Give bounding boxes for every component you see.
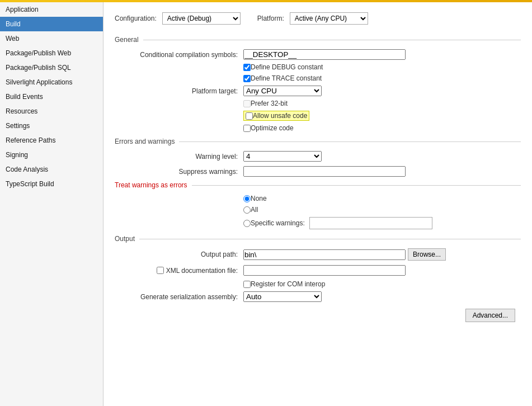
sidebar-item-code-analysis[interactable]: Code Analysis — [0, 162, 103, 177]
sidebar-item-package-publish-sql[interactable]: Package/Publish SQL — [0, 60, 103, 75]
configuration-label: Configuration: — [115, 15, 157, 22]
gen-serialization-label: Generate serialization assembly: — [131, 293, 243, 301]
com-interop-checkbox[interactable] — [243, 281, 251, 288]
define-trace-row: Define TRACE constant — [115, 74, 521, 82]
warning-level-label: Warning level: — [131, 153, 243, 160]
treat-warnings-section-header: Treat warnings as errors — [115, 181, 521, 189]
prefer-32bit-row: Prefer 32-bit — [115, 100, 521, 107]
sidebar-item-reference-paths[interactable]: Reference Paths — [0, 133, 103, 148]
sidebar-item-silverlight-applications[interactable]: Silverlight Applications — [0, 75, 103, 89]
com-interop-row: Register for COM interop — [115, 280, 521, 288]
sidebar-item-typescript-build[interactable]: TypeScript Build — [0, 177, 103, 191]
output-section-header: Output — [115, 235, 521, 243]
xml-doc-row: XML documentation file: — [115, 265, 521, 276]
sidebar-item-settings[interactable]: Settings — [0, 119, 103, 133]
browse-button[interactable]: Browse... — [408, 248, 446, 261]
define-trace-checkbox[interactable] — [243, 75, 251, 82]
warning-level-select[interactable]: 0 1 2 3 4 — [243, 151, 322, 162]
com-interop-label: Register for COM interop — [251, 280, 325, 288]
treat-none-radio[interactable] — [243, 195, 251, 202]
prefer-32bit-checkbox[interactable] — [243, 100, 251, 107]
content-area: Configuration: Active (Debug) Debug Rele… — [103, 2, 532, 406]
cond-symbols-row: Conditional compilation symbols: — [115, 49, 521, 60]
treat-none-label: None — [251, 195, 267, 202]
treat-specific-input[interactable] — [309, 217, 432, 229]
platform-target-label: Platform target: — [131, 87, 243, 95]
errors-warnings-section-header: Errors and warnings — [115, 138, 521, 145]
optimize-checkbox[interactable] — [243, 125, 251, 132]
define-trace-label: Define TRACE constant — [251, 74, 322, 82]
advanced-row: Advanced... — [115, 309, 521, 322]
sidebar: Application Build Web Package/Publish We… — [0, 2, 103, 406]
treat-none-row: None — [115, 195, 521, 202]
sidebar-item-resources[interactable]: Resources — [0, 104, 103, 119]
advanced-button[interactable]: Advanced... — [465, 309, 515, 322]
cond-symbols-input[interactable] — [243, 49, 406, 60]
treat-all-label: All — [251, 206, 258, 214]
sidebar-item-signing[interactable]: Signing — [0, 148, 103, 162]
xml-doc-input[interactable] — [243, 265, 406, 276]
platform-label: Platform: — [257, 15, 284, 22]
output-path-input[interactable] — [243, 249, 406, 260]
general-section-header: General — [115, 36, 521, 44]
treat-specific-label: Specific warnings: — [251, 219, 305, 227]
sidebar-item-web[interactable]: Web — [0, 31, 103, 46]
optimize-row: Optimize code — [115, 124, 521, 132]
allow-unsafe-checkbox[interactable] — [246, 112, 253, 120]
define-debug-checkbox[interactable] — [243, 64, 251, 71]
gen-serialization-select[interactable]: Auto On Off — [243, 291, 322, 302]
define-debug-row: Define DEBUG constant — [115, 63, 521, 71]
treat-all-row: All — [115, 206, 521, 214]
configuration-select[interactable]: Active (Debug) Debug Release All Configu… — [162, 12, 241, 25]
treat-all-radio[interactable] — [243, 206, 251, 214]
output-path-row: Output path: Browse... — [115, 248, 521, 261]
allow-unsafe-label: Allow unsafe code — [253, 112, 307, 120]
define-debug-label: Define DEBUG constant — [251, 63, 323, 71]
xml-doc-checkbox[interactable] — [157, 267, 164, 274]
platform-target-row: Platform target: Any CPU x86 x64 Itanium — [115, 86, 521, 96]
prefer-32bit-label: Prefer 32-bit — [251, 100, 288, 107]
suppress-warnings-input[interactable] — [243, 166, 406, 177]
suppress-warnings-label: Suppress warnings: — [131, 168, 243, 176]
output-path-label: Output path: — [131, 251, 243, 258]
sidebar-item-build[interactable]: Build — [0, 17, 103, 31]
xml-doc-label: XML documentation file: — [166, 267, 238, 275]
warning-level-row: Warning level: 0 1 2 3 4 — [115, 151, 521, 162]
gen-serialization-row: Generate serialization assembly: Auto On… — [115, 291, 521, 302]
allow-unsafe-row: Allow unsafe code — [115, 111, 521, 121]
platform-target-select[interactable]: Any CPU x86 x64 Itanium — [243, 86, 322, 96]
platform-select[interactable]: Active (Any CPU) Any CPU x86 x64 — [290, 12, 368, 25]
suppress-warnings-row: Suppress warnings: — [115, 166, 521, 177]
treat-specific-radio[interactable] — [243, 220, 251, 227]
config-bar: Configuration: Active (Debug) Debug Rele… — [115, 8, 521, 31]
cond-symbols-label: Conditional compilation symbols: — [131, 51, 243, 59]
optimize-label: Optimize code — [251, 124, 294, 132]
sidebar-item-application[interactable]: Application — [0, 2, 103, 17]
sidebar-item-build-events[interactable]: Build Events — [0, 89, 103, 104]
sidebar-item-package-publish-web[interactable]: Package/Publish Web — [0, 46, 103, 60]
allow-unsafe-highlight: Allow unsafe code — [243, 111, 309, 121]
treat-specific-row: Specific warnings: — [115, 217, 521, 229]
